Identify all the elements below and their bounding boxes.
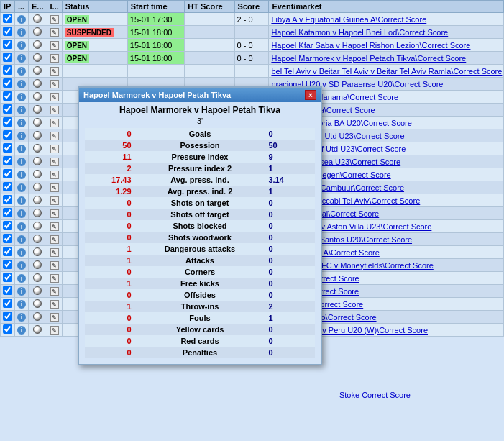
event-link[interactable]: Hapoel Marmorek v Hapoel Petach Tikva\Co… <box>271 54 466 63</box>
stoke-correct-score-link[interactable]: Stoke Correct Score <box>339 391 411 399</box>
row-checkbox[interactable] <box>3 221 12 230</box>
edit-icon[interactable]: ✎ <box>50 326 59 335</box>
edit-icon[interactable]: ✎ <box>50 222 59 231</box>
edit-icon[interactable]: ✎ <box>50 41 59 50</box>
edit-icon[interactable]: ✎ <box>50 313 59 322</box>
info-icon[interactable]: i <box>17 54 26 63</box>
info-icon[interactable]: i <box>17 235 26 244</box>
edit-icon[interactable]: ✎ <box>50 106 59 114</box>
row-checkbox[interactable] <box>3 234 12 243</box>
info-icon[interactable]: i <box>17 274 26 283</box>
stat-label: Posession <box>134 140 266 151</box>
info-icon[interactable]: i <box>17 132 26 140</box>
score: 0 - 0 <box>234 39 269 52</box>
info-icon[interactable]: i <box>17 287 26 296</box>
info-icon[interactable]: i <box>17 209 26 218</box>
row-checkbox[interactable] <box>3 65 12 75</box>
edit-icon[interactable]: ✎ <box>50 158 59 166</box>
edit-icon[interactable]: ✎ <box>50 196 59 205</box>
info-icon[interactable]: i <box>17 300 26 309</box>
info-icon[interactable]: i <box>17 158 26 166</box>
row-checkbox[interactable] <box>3 260 12 269</box>
edit-icon[interactable]: ✎ <box>50 132 59 140</box>
edit-icon[interactable]: ✎ <box>50 80 59 88</box>
info-icon[interactable]: i <box>17 15 26 24</box>
stat-home-value: 0 <box>85 312 134 324</box>
stat-row: 0Shots woodwork0 <box>85 232 315 243</box>
row-checkbox[interactable] <box>3 324 12 334</box>
col-score: Score <box>234 1 269 13</box>
table-row: i✎SUSPENDED15-01 18:00Hapoel Katamon v H… <box>1 26 504 39</box>
edit-icon[interactable]: ✎ <box>50 15 59 24</box>
info-icon[interactable]: i <box>17 261 26 270</box>
edit-icon[interactable]: ✎ <box>50 145 59 153</box>
row-checkbox[interactable] <box>3 104 12 114</box>
row-checkbox[interactable] <box>3 27 12 36</box>
info-icon[interactable]: i <box>17 183 26 192</box>
event-link[interactable]: Hapoel Katamon v Hapoel Bnei Lod\Correct… <box>271 28 448 37</box>
edit-icon[interactable]: ✎ <box>50 248 59 257</box>
row-checkbox[interactable] <box>3 78 12 88</box>
popup-team-title: Hapoel Marmorek v Hapoel Petah Tikva <box>85 105 315 115</box>
row-checkbox[interactable] <box>3 312 12 321</box>
stat-row: 50Posession50 <box>85 140 315 151</box>
edit-icon[interactable]: ✎ <box>50 67 59 76</box>
edit-icon[interactable]: ✎ <box>50 300 59 309</box>
stat-label: Dangerous attacks <box>134 243 266 255</box>
info-icon[interactable]: i <box>17 326 26 335</box>
row-checkbox[interactable] <box>3 40 12 49</box>
row-checkbox[interactable] <box>3 299 12 308</box>
info-icon[interactable]: i <box>17 93 26 101</box>
info-icon[interactable]: i <box>17 41 26 50</box>
info-icon[interactable]: i <box>17 80 26 88</box>
stat-away-value: 0 <box>265 289 315 301</box>
edit-icon[interactable]: ✎ <box>50 209 59 218</box>
row-checkbox[interactable] <box>3 247 12 256</box>
info-icon[interactable]: i <box>17 145 26 153</box>
info-icon[interactable]: i <box>17 196 26 205</box>
row-checkbox[interactable] <box>3 156 12 165</box>
row-checkbox[interactable] <box>3 273 12 282</box>
row-checkbox[interactable] <box>3 195 12 204</box>
stat-label: Avg. press. ind. <box>134 174 266 186</box>
edit-icon[interactable]: ✎ <box>50 119 59 127</box>
edit-icon[interactable]: ✎ <box>50 183 59 192</box>
row-checkbox[interactable] <box>3 169 12 178</box>
row-checkbox[interactable] <box>3 53 12 62</box>
info-icon[interactable]: i <box>17 313 26 322</box>
row-checkbox[interactable] <box>3 143 12 153</box>
stat-home-value: 1 <box>85 301 134 312</box>
edit-icon[interactable]: ✎ <box>50 261 59 270</box>
info-icon[interactable]: i <box>17 119 26 127</box>
edit-icon[interactable]: ✎ <box>50 28 59 37</box>
info-icon[interactable]: i <box>17 222 26 231</box>
stat-home-value: 11 <box>85 151 134 163</box>
row-checkbox[interactable] <box>3 91 12 101</box>
edit-icon[interactable]: ✎ <box>50 235 59 244</box>
row-checkbox[interactable] <box>3 130 12 140</box>
info-icon[interactable]: i <box>17 28 26 37</box>
info-icon[interactable]: i <box>17 106 26 114</box>
stat-home-value: 1 <box>85 278 134 289</box>
info-icon[interactable]: i <box>17 67 26 76</box>
edit-icon[interactable]: ✎ <box>50 93 59 101</box>
info-icon[interactable]: i <box>17 171 26 179</box>
edit-icon[interactable]: ✎ <box>50 54 59 63</box>
row-checkbox[interactable] <box>3 117 12 127</box>
stat-label: Penalties <box>134 347 266 358</box>
col-ht: HT Score <box>185 1 234 13</box>
edit-icon[interactable]: ✎ <box>50 274 59 283</box>
edit-icon[interactable]: ✎ <box>50 287 59 296</box>
stat-row: 11Pressure index9 <box>85 151 315 163</box>
popup-close-button[interactable]: × <box>305 90 316 100</box>
row-checkbox[interactable] <box>3 286 12 295</box>
row-checkbox[interactable] <box>3 14 12 23</box>
stat-label: Offsides <box>134 289 266 301</box>
info-icon[interactable]: i <box>17 248 26 257</box>
row-checkbox[interactable] <box>3 182 12 191</box>
event-link[interactable]: Hapoel Kfar Saba v Hapoel Rishon Lezion\… <box>271 41 470 50</box>
edit-icon[interactable]: ✎ <box>50 171 59 179</box>
event-link[interactable]: bel Tel Aviv v Beitar Tel Aviv v Beitar … <box>271 67 502 76</box>
row-checkbox[interactable] <box>3 208 12 217</box>
event-link[interactable]: Libya A v Equatorial Guinea A\Correct Sc… <box>271 15 426 24</box>
